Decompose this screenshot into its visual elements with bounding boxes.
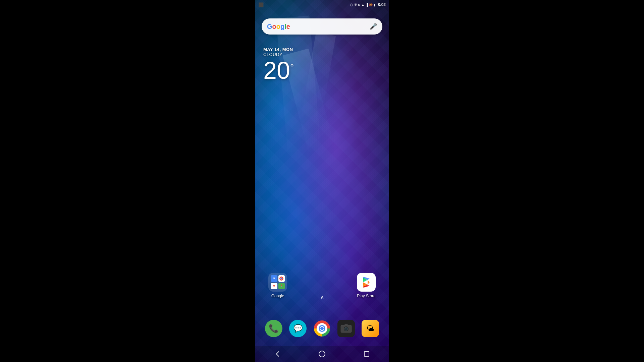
phone-icon: 📞 (269, 324, 279, 333)
nav-bar (255, 346, 389, 362)
messages-icon: 💬 (293, 324, 303, 333)
dock: 📞 💬 (255, 312, 389, 345)
status-time: 8:02 (378, 2, 386, 7)
wifi-icon: ▲ (361, 3, 365, 7)
folder-google-icon: G (271, 275, 277, 282)
mute-icon: 🔕 (369, 3, 373, 6)
home-icon (319, 351, 325, 357)
chrome-dock-icon[interactable] (313, 320, 331, 337)
google-logo-o1: o (272, 23, 276, 30)
microphone-icon[interactable]: 🎤 (370, 23, 377, 30)
messages-dock-icon[interactable]: 💬 (289, 320, 307, 337)
google-folder-label: Google (271, 294, 284, 298)
status-bar: ⬛ ⬡ 𝔅 N ▲ ▐ 🔕 ▮ 8:02 (255, 0, 389, 9)
weather-condition: CLOUDY (263, 52, 294, 57)
weather-icon: 🌤 (366, 324, 374, 333)
chrome-icon-svg (314, 320, 330, 337)
weather-app-icon: 🌤 (362, 320, 379, 337)
temp-value: 20 (263, 57, 290, 84)
google-logo: Google (267, 23, 290, 31)
camera-dock-icon[interactable] (337, 320, 355, 337)
nav-recents-button[interactable] (360, 347, 373, 361)
weather-temperature: 20° (263, 58, 294, 82)
bluetooth-icon: 𝔅 (354, 3, 357, 7)
google-folder-icon: G M 📍 (268, 273, 287, 292)
play-store-svg (360, 276, 372, 288)
google-logo-o2: o (276, 23, 280, 30)
play-store-app[interactable]: Play Store (357, 273, 376, 298)
messages-app-icon: 💬 (289, 320, 307, 337)
signal-icon: ▐ (366, 3, 368, 7)
play-store-label: Play Store (357, 294, 375, 298)
svg-point-12 (345, 328, 346, 328)
app-drawer-handle[interactable]: ∧ (320, 294, 324, 301)
battery-icon: ▮ (374, 3, 376, 7)
svg-point-2 (281, 278, 282, 279)
google-logo-e: e (286, 23, 290, 30)
folder-chrome-icon (278, 275, 285, 282)
status-bar-left: ⬛ (258, 2, 264, 7)
phone-app-icon: 📞 (265, 320, 282, 337)
google-search-bar[interactable]: Google 🎤 (262, 18, 382, 35)
google-logo-g2: g (280, 23, 284, 30)
camera-icon-svg (340, 322, 352, 335)
camera-app-icon (337, 320, 355, 337)
phone-screen: ⬛ ⬡ 𝔅 N ▲ ▐ 🔕 ▮ 8:02 Google 🎤 MAY 14, MO… (255, 0, 389, 362)
google-folder-app[interactable]: G M 📍 (268, 273, 287, 298)
phone-dock-icon[interactable]: 📞 (265, 320, 282, 337)
cast-icon: ⬡ (350, 3, 353, 7)
drawer-arrow-icon: ∧ (320, 294, 324, 301)
weather-dock-icon[interactable]: 🌤 (362, 320, 379, 337)
weather-date: MAY 14, MON (263, 47, 294, 52)
nfc-icon: N (358, 3, 360, 6)
folder-gmail-icon: M (271, 283, 277, 290)
camera-record-icon: ⬛ (258, 2, 264, 7)
google-logo-g: G (267, 23, 272, 30)
nav-back-button[interactable] (271, 347, 284, 361)
chrome-app-icon (313, 320, 331, 337)
weather-widget: MAY 14, MON CLOUDY 20° (263, 47, 294, 82)
status-bar-right: ⬡ 𝔅 N ▲ ▐ 🔕 ▮ 8:02 (350, 2, 386, 7)
back-icon (274, 351, 281, 357)
play-store-icon (357, 273, 376, 292)
recents-icon (364, 351, 369, 357)
folder-maps-icon: 📍 (278, 283, 285, 290)
svg-point-6 (320, 327, 324, 330)
temp-unit: ° (290, 62, 294, 72)
nav-home-button[interactable] (315, 347, 329, 361)
